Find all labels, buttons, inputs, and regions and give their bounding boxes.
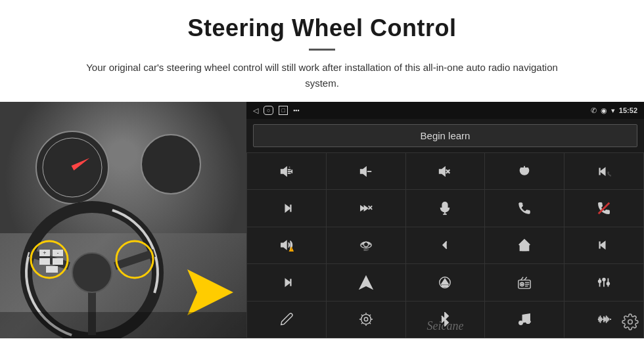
control-panel: ◁ ○ □ ▪▪▪ ✆ ◉ ▾ 15:52 Begin learn bbox=[246, 102, 644, 338]
svg-rect-30 bbox=[523, 247, 527, 251]
svg-point-54 bbox=[361, 315, 371, 325]
location-status-icon: ◉ bbox=[601, 106, 607, 115]
ff-mute-button[interactable] bbox=[327, 190, 405, 226]
speaker-button[interactable]: ! bbox=[247, 227, 326, 263]
svg-marker-24 bbox=[281, 241, 287, 250]
car-canvas bbox=[0, 102, 246, 338]
svg-marker-37 bbox=[442, 279, 449, 284]
pen-button[interactable] bbox=[247, 302, 326, 338]
hang-up-button[interactable] bbox=[564, 190, 643, 226]
phone-status-icon: ✆ bbox=[591, 106, 597, 115]
svg-marker-11 bbox=[601, 168, 605, 175]
svg-marker-35 bbox=[360, 277, 372, 288]
svg-point-55 bbox=[519, 321, 523, 325]
svg-marker-0 bbox=[281, 167, 287, 175]
status-bar-right: ✆ ◉ ▾ 15:52 bbox=[591, 106, 637, 115]
status-bar: ◁ ○ □ ▪▪▪ ✆ ◉ ▾ 15:52 bbox=[246, 102, 644, 119]
music-button[interactable] bbox=[485, 302, 564, 338]
svg-point-57 bbox=[528, 323, 530, 324]
svg-text:360°: 360° bbox=[363, 249, 369, 252]
svg-point-70 bbox=[628, 320, 633, 325]
svg-point-53 bbox=[364, 318, 368, 322]
car-image-panel bbox=[0, 102, 246, 338]
power-button[interactable] bbox=[485, 153, 564, 189]
subtitle: Your original car's steering wheel contr… bbox=[76, 60, 568, 91]
camera-360-button[interactable]: 360° bbox=[327, 227, 405, 263]
vol-down-button[interactable] bbox=[327, 153, 405, 189]
svg-marker-32 bbox=[601, 242, 605, 249]
page-wrapper: Steering Wheel Control Your original car… bbox=[0, 0, 644, 338]
page-title: Steering Wheel Control bbox=[39, 14, 605, 42]
gear-corner-icon[interactable] bbox=[622, 313, 639, 334]
prev-phone-button[interactable]: 📞 bbox=[564, 153, 643, 189]
mic-button[interactable] bbox=[406, 190, 485, 226]
home-nav-icon[interactable]: ○ bbox=[264, 106, 273, 115]
phone-call-button[interactable] bbox=[485, 190, 564, 226]
svg-point-51 bbox=[603, 278, 605, 281]
content-area: ◁ ○ □ ▪▪▪ ✆ ◉ ▾ 15:52 Begin learn bbox=[0, 102, 644, 338]
svg-marker-17 bbox=[364, 206, 368, 210]
back-button[interactable] bbox=[406, 227, 485, 263]
eject-button[interactable] bbox=[406, 264, 485, 300]
svg-point-52 bbox=[607, 282, 610, 285]
svg-point-41 bbox=[522, 284, 523, 285]
icon-grid: + bbox=[246, 152, 644, 338]
begin-learn-button[interactable]: Begin learn bbox=[253, 124, 637, 147]
svg-rect-38 bbox=[442, 285, 448, 286]
svg-text:+: + bbox=[288, 166, 290, 169]
svg-point-58 bbox=[530, 321, 531, 323]
title-divider bbox=[309, 49, 335, 51]
navigate-button[interactable] bbox=[327, 264, 405, 300]
svg-marker-8 bbox=[440, 167, 445, 175]
next-track-button[interactable] bbox=[247, 190, 326, 226]
svg-marker-6 bbox=[360, 167, 365, 175]
fast-forward-button[interactable] bbox=[247, 264, 326, 300]
vol-up-button[interactable]: + bbox=[247, 153, 326, 189]
back-nav-icon[interactable]: ◁ bbox=[253, 106, 258, 115]
svg-point-50 bbox=[599, 280, 601, 282]
mute-button[interactable] bbox=[406, 153, 485, 189]
wifi-status-icon: ▾ bbox=[611, 106, 615, 115]
svg-marker-34 bbox=[285, 279, 290, 286]
svg-text:!: ! bbox=[291, 249, 292, 252]
equalizer-button[interactable] bbox=[564, 264, 643, 300]
radio-button[interactable] bbox=[485, 264, 564, 300]
header-section: Steering Wheel Control Your original car… bbox=[0, 0, 644, 102]
svg-marker-16 bbox=[360, 206, 364, 210]
clock: 15:52 bbox=[619, 106, 637, 114]
rewind-button[interactable] bbox=[564, 227, 643, 263]
status-bar-left: ◁ ○ □ ▪▪▪ bbox=[253, 106, 299, 115]
signal-icon: ▪▪▪ bbox=[293, 107, 300, 114]
svg-text:📞: 📞 bbox=[607, 171, 611, 177]
svg-marker-15 bbox=[285, 205, 290, 212]
home-button[interactable] bbox=[485, 227, 564, 263]
settings-round-button[interactable] bbox=[327, 302, 405, 338]
bluetooth-button[interactable] bbox=[406, 302, 485, 338]
recents-nav-icon[interactable]: □ bbox=[279, 106, 287, 115]
begin-learn-row: Begin learn bbox=[246, 119, 644, 152]
